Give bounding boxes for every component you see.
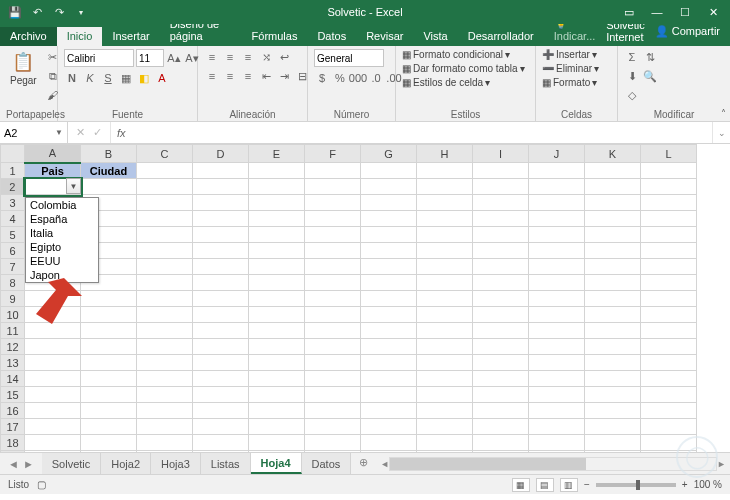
tab-view[interactable]: Vista	[413, 27, 457, 46]
dropdown-option[interactable]: Egipto	[26, 240, 98, 254]
cell-F2[interactable]	[305, 179, 361, 195]
row-header-10[interactable]: 10	[1, 307, 25, 323]
cell-L18[interactable]	[641, 435, 697, 451]
redo-icon[interactable]: ↷	[52, 5, 66, 19]
align-left-icon[interactable]: ≡	[204, 68, 220, 84]
dropdown-option[interactable]: Japon	[26, 268, 98, 282]
cell-styles-button[interactable]: ▦ Estilos de celda ▾	[402, 77, 525, 88]
cell-H7[interactable]	[417, 259, 473, 275]
cell-K7[interactable]	[585, 259, 641, 275]
cell-H14[interactable]	[417, 371, 473, 387]
cell-J7[interactable]	[529, 259, 585, 275]
cell-C13[interactable]	[137, 355, 193, 371]
cell-K8[interactable]	[585, 275, 641, 291]
cell-H12[interactable]	[417, 339, 473, 355]
cell-E6[interactable]	[249, 243, 305, 259]
save-icon[interactable]: 💾	[8, 5, 22, 19]
tab-file[interactable]: Archivo	[0, 27, 57, 46]
tab-home[interactable]: Inicio	[57, 27, 103, 46]
sort-filter-icon[interactable]: ⇅	[642, 49, 658, 65]
cell-F17[interactable]	[305, 419, 361, 435]
cell-J18[interactable]	[529, 435, 585, 451]
row-header-6[interactable]: 6	[1, 243, 25, 259]
zoom-level[interactable]: 100 %	[694, 479, 722, 490]
cell-L16[interactable]	[641, 403, 697, 419]
cell-I9[interactable]	[473, 291, 529, 307]
cell-H9[interactable]	[417, 291, 473, 307]
cell-K18[interactable]	[585, 435, 641, 451]
cell-J11[interactable]	[529, 323, 585, 339]
cell-L14[interactable]	[641, 371, 697, 387]
cell-G16[interactable]	[361, 403, 417, 419]
macro-record-icon[interactable]: ▢	[37, 479, 46, 490]
row-header-17[interactable]: 17	[1, 419, 25, 435]
cell-E7[interactable]	[249, 259, 305, 275]
cell-G12[interactable]	[361, 339, 417, 355]
cell-I4[interactable]	[473, 211, 529, 227]
cell-G13[interactable]	[361, 355, 417, 371]
cell-C16[interactable]	[137, 403, 193, 419]
cell-G15[interactable]	[361, 387, 417, 403]
cell-L6[interactable]	[641, 243, 697, 259]
border-icon[interactable]: ▦	[118, 70, 134, 86]
cell-J15[interactable]	[529, 387, 585, 403]
cell-E10[interactable]	[249, 307, 305, 323]
cell-G7[interactable]	[361, 259, 417, 275]
cell-E5[interactable]	[249, 227, 305, 243]
fx-label[interactable]: fx	[111, 122, 132, 143]
cell-F8[interactable]	[305, 275, 361, 291]
cell-B13[interactable]	[81, 355, 137, 371]
cell-K2[interactable]	[585, 179, 641, 195]
cell-F9[interactable]	[305, 291, 361, 307]
cell-E16[interactable]	[249, 403, 305, 419]
zoom-in-button[interactable]: +	[682, 479, 688, 490]
decrease-indent-icon[interactable]: ⇤	[258, 68, 274, 84]
tab-formulas[interactable]: Fórmulas	[242, 27, 308, 46]
cell-H19[interactable]	[417, 451, 473, 453]
cell-G18[interactable]	[361, 435, 417, 451]
cell-E11[interactable]	[249, 323, 305, 339]
orientation-icon[interactable]: ⤭	[258, 49, 274, 65]
cell-I5[interactable]	[473, 227, 529, 243]
cell-F13[interactable]	[305, 355, 361, 371]
cell-A13[interactable]	[25, 355, 81, 371]
view-page-break-icon[interactable]: ▥	[560, 478, 578, 492]
cell-F16[interactable]	[305, 403, 361, 419]
cell-J5[interactable]	[529, 227, 585, 243]
cell-G1[interactable]	[361, 163, 417, 179]
tab-data[interactable]: Datos	[307, 27, 356, 46]
cell-A1[interactable]: Pais	[25, 163, 81, 179]
add-sheet-button[interactable]: ⊕	[351, 453, 376, 474]
row-header-16[interactable]: 16	[1, 403, 25, 419]
cell-A9[interactable]	[25, 291, 81, 307]
col-header-A[interactable]: A	[25, 145, 81, 163]
sheet-tab-Solvetic[interactable]: Solvetic	[42, 453, 102, 474]
view-normal-icon[interactable]: ▦	[512, 478, 530, 492]
col-header-J[interactable]: J	[529, 145, 585, 163]
cell-I7[interactable]	[473, 259, 529, 275]
cell-J4[interactable]	[529, 211, 585, 227]
cell-H6[interactable]	[417, 243, 473, 259]
cell-C12[interactable]	[137, 339, 193, 355]
cell-J17[interactable]	[529, 419, 585, 435]
cell-D4[interactable]	[193, 211, 249, 227]
cell-B14[interactable]	[81, 371, 137, 387]
cell-F3[interactable]	[305, 195, 361, 211]
align-center-icon[interactable]: ≡	[222, 68, 238, 84]
cell-L5[interactable]	[641, 227, 697, 243]
cell-A10[interactable]	[25, 307, 81, 323]
zoom-out-button[interactable]: −	[584, 479, 590, 490]
select-all-corner[interactable]	[1, 145, 25, 163]
row-header-12[interactable]: 12	[1, 339, 25, 355]
dropdown-option[interactable]: Italia	[26, 226, 98, 240]
cell-G9[interactable]	[361, 291, 417, 307]
clear-icon[interactable]: ◇	[624, 87, 640, 103]
cell-K5[interactable]	[585, 227, 641, 243]
tab-insert[interactable]: Insertar	[102, 27, 159, 46]
cell-I1[interactable]	[473, 163, 529, 179]
cell-B19[interactable]	[81, 451, 137, 453]
cell-H5[interactable]	[417, 227, 473, 243]
wrap-text-icon[interactable]: ↩	[276, 49, 292, 65]
spreadsheet-grid[interactable]: ABCDEFGHIJKL1PaisCiudad2▼345678910111213…	[0, 144, 730, 452]
col-header-L[interactable]: L	[641, 145, 697, 163]
